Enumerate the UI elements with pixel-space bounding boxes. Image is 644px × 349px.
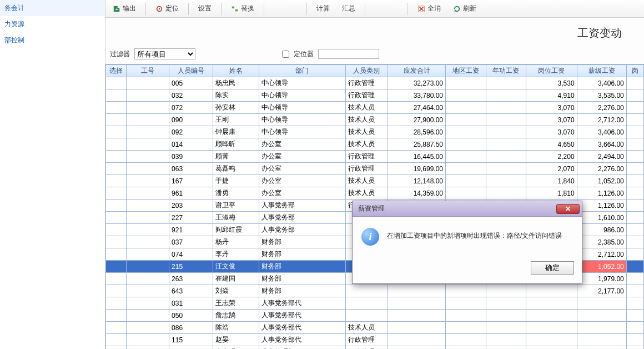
table-row[interactable]: 032陈实中心领导行政管理33,780.004,9103,535.00 [106, 89, 644, 102]
table-row[interactable]: 086陈浩人事党务部代技术人员 [106, 322, 644, 334]
table-row[interactable]: 961潘勇办公室技术人员14,359.001,8101,126.00 [106, 187, 644, 200]
clear-icon [417, 5, 425, 13]
locator-label: 定位器 [294, 49, 314, 59]
column-header[interactable]: 姓名 [213, 65, 259, 77]
dialog-ok-button[interactable]: 确定 [531, 261, 574, 275]
column-header[interactable]: 人员编号 [169, 65, 213, 77]
toolbar: 输出 定位 设置 替换 计算 汇总 全消 刷新 [105, 0, 644, 18]
info-icon: i [361, 228, 379, 246]
export-icon [113, 5, 120, 13]
column-header[interactable]: 薪级工资 [577, 65, 626, 77]
svg-point-1 [159, 8, 160, 9]
sidebar-item-accounting[interactable]: 务会计 [0, 0, 105, 16]
locate-button[interactable]: 定位 [150, 2, 184, 16]
column-header[interactable]: 年功工资 [486, 65, 526, 77]
svg-rect-3 [235, 9, 238, 11]
table-row[interactable]: 092钟晨康中心领导技术人员28,596.003,0703,406.00 [106, 126, 644, 138]
filter-select[interactable]: 所有项目 [134, 48, 195, 59]
sidebar-item-control[interactable]: 部控制 [0, 32, 105, 48]
column-header[interactable]: 人员类别 [345, 65, 388, 77]
refresh-icon [453, 5, 461, 13]
table-row[interactable]: 090王刚中心领导技术人员27,900.003,0702,712.00 [106, 114, 644, 126]
calc-button[interactable]: 计算 [311, 2, 335, 16]
replace-button[interactable]: 替换 [226, 2, 259, 16]
sidebar: 务会计 力资源 部控制 [0, 0, 105, 349]
clear-all-button[interactable]: 全消 [412, 2, 446, 16]
replace-icon [231, 5, 239, 13]
locator-input[interactable] [318, 49, 379, 59]
close-icon: ✕ [565, 205, 571, 213]
error-dialog: 薪资管理 ✕ i 在增加工资项目中的新增项时出现错误：路径/文件访问错误 确定 [352, 201, 582, 284]
sidebar-item-hr[interactable]: 力资源 [0, 16, 105, 32]
table-row[interactable]: 643刘焱财务部2,177.00 [106, 285, 644, 297]
table-row[interactable]: 031王志荣人事党务部代 [106, 297, 644, 310]
summary-button[interactable]: 汇总 [337, 2, 360, 16]
table-row[interactable]: 014顾晔昕办公室技术人员25,887.504,6503,664.00 [106, 138, 644, 151]
table-row[interactable]: 167于捷办公室技术人员12,148.001,8401,052.00 [106, 175, 644, 187]
column-header[interactable]: 岗 [626, 65, 643, 77]
target-icon [155, 5, 163, 13]
column-header[interactable]: 工号 [127, 65, 169, 77]
locator-checkbox[interactable] [282, 51, 289, 58]
dialog-message: 在增加工资项目中的新增项时出现错误：路径/文件访问错误 [387, 228, 573, 241]
column-header[interactable]: 选择 [106, 65, 127, 77]
filter-label: 过滤器 [110, 49, 130, 59]
column-header[interactable]: 岗位工资 [526, 65, 577, 77]
column-header[interactable]: 地区工资 [446, 65, 486, 77]
column-header[interactable]: 部门 [259, 65, 345, 77]
table-row[interactable]: 005杨忠民中心领导行政管理32,273.003,5303,406.00 [106, 77, 644, 89]
page-title: 工资变动 [105, 18, 644, 46]
table-row[interactable]: 072孙安林中心领导技术人员27,464.003,0702,276.00 [106, 102, 644, 114]
table-row[interactable]: 050詹志鹄人事党务部代 [106, 310, 644, 322]
main-panel: 输出 定位 设置 替换 计算 汇总 全消 刷新 工资变动 过滤器 所有项目 定位… [105, 0, 644, 349]
svg-rect-2 [232, 6, 234, 8]
table-row[interactable]: 063葛磊鸣办公室行政管理19,699.002,0702,276.00 [106, 163, 644, 175]
dialog-titlebar[interactable]: 薪资管理 ✕ [353, 201, 582, 217]
table-row[interactable]: 039顾菁办公室行政管理16,445.002,2002,494.00 [106, 151, 644, 163]
table-row[interactable]: 041李晓明业务管理部行政管理16,006.002,2002,603.00 [106, 346, 644, 350]
dialog-title-text: 薪资管理 [358, 204, 385, 213]
export-button[interactable]: 输出 [108, 2, 141, 16]
settings-button[interactable]: 设置 [193, 2, 217, 16]
column-header[interactable]: 应发合计 [388, 65, 446, 77]
table-row[interactable]: 115赵晏人事党务部代行政管理 [106, 334, 644, 346]
refresh-button[interactable]: 刷新 [448, 2, 481, 16]
filter-bar: 过滤器 所有项目 定位器 [105, 46, 644, 64]
dialog-close-button[interactable]: ✕ [556, 204, 580, 214]
